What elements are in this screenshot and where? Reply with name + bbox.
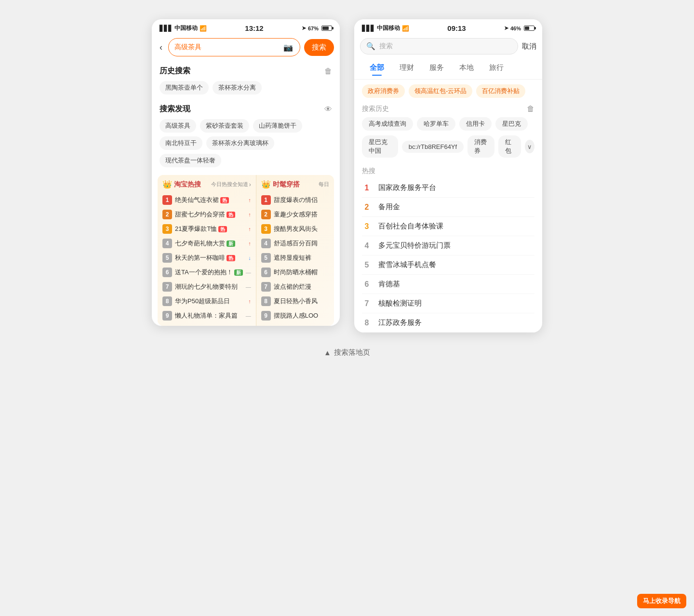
cancel-button[interactable]: 取消 — [522, 42, 536, 51]
promo-tag-2[interactable]: 百亿消费补贴 — [476, 84, 525, 98]
taobao-hot-item-4[interactable]: 5 秋天的第一杯咖啡热 ↓ — [162, 251, 251, 265]
eye-icon[interactable]: 👁 — [324, 105, 332, 114]
status-bar-2: ▋▋▋ 中国移动 📶 09:13 ➤ 46% — [354, 19, 542, 35]
trend-8: — — [246, 313, 251, 319]
alipay-hot-item-5[interactable]: 6 肯德基 — [362, 275, 534, 294]
expand-history-button[interactable]: ∨ — [525, 140, 534, 153]
alipay-hot-item-6[interactable]: 7 核酸检测证明 — [362, 294, 534, 313]
taobao-hot-item-6[interactable]: 7 潮玩的七夕礼物要特别 — — [162, 280, 251, 294]
alipay-hot-item-3[interactable]: 4 多元宝贝特价游玩门票 — [362, 236, 534, 255]
alipay-hot-rank-5: 6 — [362, 280, 372, 289]
alipay-history-tag-3[interactable]: 星巴克 — [495, 117, 528, 131]
taobao-phone: ▋▋▋ 中国移动 📶 13:12 ➤ 67% ‹ 高级茶具 📷 搜索 — [152, 19, 340, 326]
battery-icon-1 — [321, 26, 332, 31]
search-button[interactable]: 搜索 — [304, 39, 334, 56]
discovery-tag-0[interactable]: 高级茶具 — [160, 119, 196, 133]
fashion-hot-item-1[interactable]: 2 童趣少女感穿搭 — [261, 207, 329, 222]
back-button[interactable]: ‹ — [158, 42, 164, 53]
hot-rank-5: 6 — [162, 268, 172, 277]
tab-finance[interactable]: 理财 — [392, 60, 422, 75]
hot-text-1: 甜蜜七夕约会穿搭热 — [175, 210, 245, 219]
taobao-hot-title-wrap: 👑 淘宝热搜 — [162, 180, 201, 189]
alipay-hot-item-1[interactable]: 2 备用金 — [362, 198, 534, 217]
discovery-tag-2[interactable]: 山药薄脆饼干 — [253, 119, 302, 133]
alipay-history-tag-4[interactable]: 星巴克中国 — [362, 135, 398, 158]
fashion-hot-item-4[interactable]: 5 遮胯显瘦短裤 — [261, 251, 329, 265]
taobao-hot-item-0[interactable]: 1 绝美仙气连衣裙热 ↑ — [162, 193, 251, 207]
search-input-wrap[interactable]: 高级茶具 📷 — [168, 38, 300, 56]
tab-service[interactable]: 服务 — [422, 60, 452, 75]
time-1: 13:12 — [245, 24, 263, 32]
taobao-hot-arrow[interactable]: › — [249, 181, 251, 188]
alipay-history-tag-6[interactable]: 消费券 — [467, 135, 494, 158]
camera-icon[interactable]: 📷 — [282, 41, 294, 53]
badge-hot-0: 热 — [220, 197, 229, 203]
taobao-hot-item-1[interactable]: 2 甜蜜七夕约会穿搭热 ↑ — [162, 207, 251, 222]
alipay-hot-text-3: 多元宝贝特价游玩门票 — [378, 241, 451, 250]
alipay-hot-text-0: 国家政务服务平台 — [378, 183, 436, 192]
alipay-history-delete[interactable]: 🗑 — [527, 105, 534, 113]
fashion-text-7: 夏日轻熟小香风 — [274, 297, 329, 306]
hot-rank-6: 7 — [162, 282, 172, 292]
discovery-tag-4[interactable]: 茶杯茶水分离玻璃杯 — [206, 136, 274, 150]
fashion-hot-item-3[interactable]: 4 舒适感百分百阔 — [261, 236, 329, 251]
promo-tag-0[interactable]: 政府消费券 — [362, 84, 405, 98]
alipay-history-tag-7[interactable]: 红包 — [498, 135, 521, 158]
fashion-rank-6: 7 — [261, 282, 271, 292]
alipay-phone: ▋▋▋ 中国移动 📶 09:13 ➤ 46% 🔍 搜索 取消 全部 — [354, 19, 542, 333]
taobao-hot-item-7[interactable]: 8 华为P50超级新品日 ↑ — [162, 294, 251, 308]
fashion-hot-card: 👑 时髦穿搭 每日 1 甜度爆表の情侣 2 童趣少女感穿搭 3 搜酷男友风街头 — [256, 175, 334, 326]
discovery-tag-5[interactable]: 现代茶盘一体轻奢 — [160, 154, 221, 167]
alipay-hot-item-2[interactable]: 3 百创社会自考体验课 — [362, 217, 534, 236]
bottom-label: ▲ 搜索落地页 — [324, 348, 370, 357]
tab-travel[interactable]: 旅行 — [481, 60, 511, 75]
fashion-rank-2: 3 — [261, 224, 271, 234]
crown-icon-2: 👑 — [261, 180, 271, 189]
taobao-hot-item-3[interactable]: 4 七夕奇葩礼物大赏新 ↑ — [162, 236, 251, 251]
crown-icon-1: 👑 — [162, 180, 172, 189]
taobao-hot-item-8[interactable]: 9 懒人礼物清单：家具篇 — — [162, 308, 251, 323]
history-tag-0[interactable]: 黑陶茶壶单个 — [160, 81, 209, 94]
time-2: 09:13 — [447, 24, 466, 32]
fashion-rank-4: 5 — [261, 253, 271, 263]
history-tag-1[interactable]: 茶杯茶水分离 — [213, 81, 262, 94]
discovery-tag-3[interactable]: 南北特豆干 — [160, 136, 202, 150]
alipay-history-tag-2[interactable]: 信用卡 — [459, 117, 492, 131]
hot-text-8: 懒人礼物清单：家具篇 — [175, 311, 243, 320]
battery-pct-1: 67% — [308, 26, 319, 31]
history-section-header: 历史搜索 🗑 — [152, 60, 340, 79]
fashion-text-6: 波点裙的烂漫 — [274, 282, 329, 291]
discovery-tag-1[interactable]: 紫砂茶壶套装 — [200, 119, 249, 133]
fashion-rank-0: 1 — [261, 195, 271, 205]
fashion-text-3: 舒适感百分百阔 — [274, 239, 329, 248]
hot-text-2: 21夏季爆款T恤热 — [175, 225, 245, 233]
fashion-hot-item-7[interactable]: 8 夏日轻熟小香风 — [261, 294, 329, 308]
fashion-hot-title: 时髦穿搭 — [273, 180, 300, 189]
promo-tag-1[interactable]: 领高温红包-云环品 — [409, 84, 472, 98]
taobao-hot-item-5[interactable]: 6 送TA一个爱的抱抱！新 — — [162, 265, 251, 280]
alipay-history-tag-0[interactable]: 高考成绩查询 — [362, 117, 413, 131]
fashion-hot-item-0[interactable]: 1 甜度爆表の情侣 — [261, 193, 329, 207]
alipay-history-tag-5[interactable]: bc:/rTb8REF64Yf — [402, 141, 464, 153]
signal-icon-2: ▋▋▋ — [362, 25, 375, 32]
alipay-hot-item-0[interactable]: 1 国家政务服务平台 — [362, 178, 534, 198]
fashion-text-0: 甜度爆表の情侣 — [274, 196, 329, 204]
hot-rank-2: 3 — [162, 224, 172, 234]
discovery-section-header: 搜索发现 👁 — [152, 98, 340, 117]
history-delete-icon[interactable]: 🗑 — [324, 67, 332, 76]
fashion-hot-item-5[interactable]: 6 时尚防晒水桶帽 — [261, 265, 329, 280]
tab-local[interactable]: 本地 — [452, 60, 481, 75]
taobao-hot-item-2[interactable]: 3 21夏季爆款T恤热 ↑ — [162, 222, 251, 236]
hot-rank-7: 8 — [162, 296, 172, 306]
hot-rank-4: 5 — [162, 253, 172, 263]
tab-all[interactable]: 全部 — [362, 60, 392, 75]
fashion-hot-item-2[interactable]: 3 搜酷男友风街头 — [261, 222, 329, 236]
fashion-hot-item-6[interactable]: 7 波点裙的烂漫 — [261, 280, 329, 294]
alipay-history-tag-1[interactable]: 哈罗单车 — [417, 117, 455, 131]
alipay-search-input-wrap[interactable]: 🔍 搜索 — [360, 38, 518, 54]
fashion-hot-item-8[interactable]: 9 摆脱路人感LOO — [261, 308, 329, 323]
history-title: 历史搜索 — [160, 66, 190, 76]
alipay-hot-text-1: 备用金 — [378, 202, 400, 212]
alipay-hot-item-7[interactable]: 8 江苏政务服务 — [362, 313, 534, 333]
alipay-hot-item-4[interactable]: 5 蜜雪冰城手机点餐 — [362, 255, 534, 275]
